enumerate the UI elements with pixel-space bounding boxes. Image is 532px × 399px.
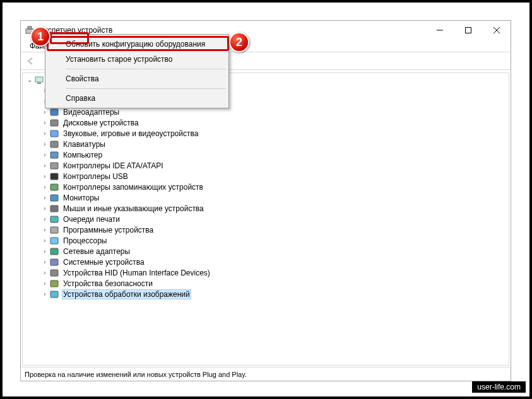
tree-item[interactable]: ›Мониторы <box>23 192 509 203</box>
expand-toggle[interactable]: › <box>40 237 49 244</box>
minimize-button[interactable] <box>425 21 454 40</box>
tree-item[interactable]: ›Клавиатуры <box>23 139 509 149</box>
tree-item[interactable]: ›Сетевые адаптеры <box>23 246 509 257</box>
expand-toggle[interactable]: › <box>40 151 49 158</box>
tree-item[interactable]: ›Программные устройства <box>23 224 509 235</box>
tree-item-label: Мониторы <box>62 194 100 202</box>
svg-rect-26 <box>50 280 58 287</box>
status-text: Проверка на наличие изменений или новых … <box>25 371 247 378</box>
system-icon <box>49 257 59 267</box>
maximize-button[interactable] <box>454 21 482 40</box>
window-title: Диспетчер устройств <box>38 26 425 35</box>
tree-item[interactable]: ›Компьютер <box>23 149 509 160</box>
menu-item-legacy[interactable]: Установить старое устройство <box>47 52 227 67</box>
tree-item-label: Программные устройства <box>62 226 155 234</box>
tree-item-label: Сетевые адаптеры <box>62 247 131 256</box>
svg-rect-18 <box>50 195 58 201</box>
expand-toggle[interactable]: › <box>40 162 49 169</box>
tree-item-label: Контроллеры запоминающих устройств <box>62 183 204 192</box>
tree-item[interactable]: ›Мыши и иные указывающие устройства <box>23 203 509 214</box>
svg-rect-11 <box>50 120 58 126</box>
svg-rect-6 <box>35 77 43 82</box>
svg-rect-25 <box>50 270 58 276</box>
expand-toggle[interactable]: › <box>40 216 49 223</box>
tree-item-label: Мыши и иные указывающие устройства <box>62 204 205 213</box>
print-icon <box>49 214 59 224</box>
network-icon <box>49 246 59 257</box>
tree-item-label: Видеоадаптеры <box>62 108 121 117</box>
keyboard-icon <box>49 139 59 149</box>
svg-rect-21 <box>50 227 58 233</box>
watermark: user-life.com <box>472 381 526 393</box>
hid-icon <box>49 268 59 278</box>
usb-icon <box>49 171 59 182</box>
expand-toggle[interactable]: › <box>40 194 49 201</box>
tree-item-label: Устройства HID (Human Interface Devices) <box>62 269 211 277</box>
tree-item-label: Процессоры <box>62 236 109 245</box>
svg-rect-27 <box>50 291 58 298</box>
disk-icon <box>49 118 59 128</box>
computer-icon <box>34 75 44 85</box>
monitor-icon <box>49 193 59 203</box>
tree-item[interactable]: ›Контроллеры запоминающих устройств <box>23 182 509 192</box>
tree-item[interactable]: ›Очереди печати <box>23 214 509 224</box>
expand-toggle[interactable]: › <box>40 141 49 147</box>
mouse-icon <box>49 204 59 214</box>
tree-item-label: Устройства обработки изображений <box>62 289 191 299</box>
svg-rect-16 <box>50 173 58 180</box>
svg-rect-7 <box>37 83 41 84</box>
expand-toggle[interactable]: › <box>40 269 49 276</box>
tree-item[interactable]: ›Звуковые, игровые и видеоустройства <box>23 128 509 139</box>
tree-item-label: Контроллеры USB <box>62 172 129 181</box>
tree-item[interactable]: ›Дисковые устройства <box>23 117 509 128</box>
tree-item-label: Компьютер <box>62 151 103 159</box>
tree-item[interactable]: ›Процессоры <box>23 235 509 246</box>
expand-toggle[interactable]: › <box>40 280 49 287</box>
highlight-refresh-item <box>47 36 229 51</box>
tree-item[interactable]: ›Системные устройства <box>23 257 509 267</box>
expand-toggle[interactable]: › <box>40 248 49 255</box>
callout-1: 1 <box>30 26 50 47</box>
tree-item[interactable]: ›Контроллеры USB <box>23 171 509 182</box>
cpu-icon <box>49 236 59 246</box>
svg-rect-20 <box>50 216 58 223</box>
svg-rect-14 <box>50 152 58 158</box>
expand-toggle[interactable]: › <box>40 226 49 233</box>
svg-rect-12 <box>50 130 58 137</box>
close-button[interactable] <box>482 21 511 40</box>
svg-rect-23 <box>50 248 58 255</box>
expand-toggle[interactable]: › <box>40 183 49 190</box>
tree-item[interactable]: ›Устройства безопасности <box>23 278 509 289</box>
tree-item[interactable]: ›Контроллеры IDE ATA/ATAPI <box>23 160 509 171</box>
menu-item-help[interactable]: Справка <box>47 91 227 106</box>
expand-toggle[interactable]: › <box>40 119 49 126</box>
tree-container: ⌄ ›Аудиовходы и аудиовыходы›Батареи›Виде… <box>21 70 511 367</box>
expand-toggle[interactable]: › <box>40 258 49 265</box>
device-tree[interactable]: ⌄ ›Аудиовходы и аудиовыходы›Батареи›Виде… <box>22 72 509 366</box>
window-controls <box>425 21 511 40</box>
back-button[interactable] <box>23 54 38 69</box>
storage-icon <box>49 182 59 192</box>
callout-2: 2 <box>229 32 249 52</box>
expand-toggle[interactable]: › <box>40 108 49 115</box>
security-icon <box>49 279 59 289</box>
menu-item-props[interactable]: Свойства <box>47 71 227 86</box>
svg-rect-3 <box>465 28 471 33</box>
expand-toggle[interactable]: › <box>40 205 49 212</box>
ide-icon <box>49 161 59 171</box>
tree-item[interactable]: ›Устройства обработки изображений <box>23 289 509 299</box>
expand-toggle[interactable]: › <box>40 173 49 180</box>
tree-item-label: Контроллеры IDE ATA/ATAPI <box>62 161 165 170</box>
sound-icon <box>49 129 59 139</box>
svg-rect-1 <box>28 26 32 29</box>
expand-toggle[interactable]: ⌄ <box>25 76 34 83</box>
tree-item-label: Системные устройства <box>62 258 146 267</box>
expand-toggle[interactable]: › <box>40 130 49 137</box>
svg-rect-17 <box>50 184 58 190</box>
imaging-icon <box>49 289 59 299</box>
tree-item[interactable]: ›Устройства HID (Human Interface Devices… <box>23 267 509 278</box>
tree-item-label: Очереди печати <box>62 215 121 224</box>
tree-item-label: Устройства безопасности <box>62 279 154 288</box>
expand-toggle[interactable]: › <box>40 291 49 298</box>
svg-rect-19 <box>50 205 58 212</box>
